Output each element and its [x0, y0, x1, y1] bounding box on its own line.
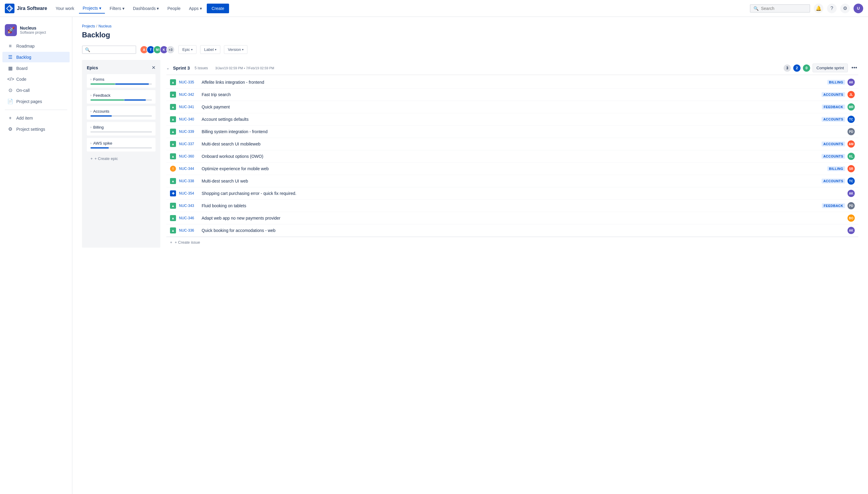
issue-key[interactable]: NUC-338 [179, 179, 199, 183]
search-input[interactable] [761, 6, 807, 11]
issue-key[interactable]: NUC-341 [179, 105, 199, 109]
topnav-your-work[interactable]: Your work [52, 4, 78, 13]
topnav-projects[interactable]: Projects ▾ [79, 3, 105, 14]
sidebar-item-on-call[interactable]: ⊙ On-call [2, 85, 70, 95]
issue-name: Fluid booking on tablets [202, 203, 819, 208]
epic-filter-btn[interactable]: Epic ▾ [179, 45, 197, 54]
sprint-title: Sprint 3 [173, 65, 190, 71]
issue-avatar: AK [848, 79, 855, 86]
issue-key[interactable]: NUC-354 [179, 191, 199, 195]
sidebar-item-code[interactable]: </> Code [2, 74, 70, 84]
issue-right: ACCOUNTS JL [821, 91, 855, 98]
epics-panel: Epics ✕ › Forms › [82, 60, 160, 248]
issue-key[interactable]: NUC-346 [179, 216, 199, 220]
epic-aws-chevron: › [90, 141, 91, 145]
user-avatar[interactable]: U [853, 4, 863, 13]
topnav-dashboards[interactable]: Dashboards ▾ [129, 4, 163, 13]
avatar-count[interactable]: +3 [166, 45, 175, 54]
topnav-filters[interactable]: Filters ▾ [106, 4, 128, 13]
epic-feedback-progress-blue [124, 99, 146, 101]
complete-sprint-button[interactable]: Complete sprint [813, 63, 848, 72]
table-row[interactable]: ▲ NUC-338 Multi-dest search UI web ACCOU… [166, 175, 858, 187]
issue-right: PD [848, 128, 855, 135]
issue-avatar: TC [848, 116, 855, 123]
issue-name: Shopping cart purchasing error - quick f… [202, 191, 845, 196]
issue-avatar: PD [848, 128, 855, 135]
issue-key[interactable]: NUC-336 [179, 228, 199, 232]
epic-billing[interactable]: › Billing [87, 122, 155, 136]
issue-avatar: AK [848, 190, 855, 197]
notifications-button[interactable]: 🔔 [814, 4, 824, 13]
story-icon: ▲ [170, 129, 176, 135]
epic-billing-label: Billing [93, 125, 104, 130]
project-icon: 🚀 [5, 24, 17, 36]
issue-key[interactable]: NUC-344 [179, 167, 199, 171]
issue-key[interactable]: NUC-340 [179, 117, 199, 121]
sidebar-project-settings[interactable]: ⚙ Project settings [2, 124, 70, 134]
epic-accounts[interactable]: › Accounts [87, 106, 155, 119]
epic-aws-label: AWS spike [93, 141, 112, 146]
table-row[interactable]: ▲ NUC-341 Quick payment FEEDBACK MR [166, 101, 858, 113]
help-button[interactable]: ? [827, 4, 837, 13]
issue-key[interactable]: NUC-337 [179, 142, 199, 146]
issue-key[interactable]: NUC-360 [179, 154, 199, 158]
issue-label: FEEDBACK [822, 104, 845, 109]
issue-key[interactable]: NUC-339 [179, 130, 199, 134]
epic-forms-progress [90, 83, 152, 84]
epic-feedback[interactable]: › Feedback [87, 90, 155, 103]
issue-right: AK [848, 227, 855, 234]
breadcrumb-nucleus[interactable]: Nucleus [98, 24, 112, 28]
table-row[interactable]: ▲ NUC-336 Quick booking for accomodation… [166, 224, 858, 237]
topnav-people[interactable]: People [164, 4, 184, 13]
backlog-search[interactable]: 🔍 [82, 45, 136, 54]
epic-feedback-progress-green [90, 99, 124, 101]
app-logo[interactable]: Jira Software [5, 4, 47, 13]
table-row[interactable]: ▲ NUC-339 Billing system integration - f… [166, 126, 858, 138]
issue-key[interactable]: NUC-335 [179, 80, 199, 84]
topnav-right: 🔍 🔔 ? ⚙ U [750, 4, 863, 13]
add-icon: + [7, 115, 13, 121]
topnav: Jira Software Your work Projects ▾ Filte… [0, 0, 868, 17]
sidebar-item-project-pages[interactable]: 📄 Project pages [2, 96, 70, 107]
epics-close-button[interactable]: ✕ [152, 65, 155, 71]
create-epic-button[interactable]: + + Create epic [87, 154, 155, 163]
sidebar-item-roadmap[interactable]: ≡ Roadmap [2, 41, 70, 51]
issue-name: Billing system integration - frontend [202, 129, 845, 134]
create-button[interactable]: Create [207, 4, 229, 13]
breadcrumb-projects[interactable]: Projects [82, 24, 95, 28]
table-row[interactable]: ▲ NUC-360 Onboard workout options (OWO) … [166, 150, 858, 163]
search-bar[interactable]: 🔍 [750, 4, 810, 13]
sidebar-item-board[interactable]: ▦ Board [2, 63, 70, 74]
table-row[interactable]: ✚ NUC-354 Shopping cart purchasing error… [166, 187, 858, 200]
issue-key[interactable]: NUC-342 [179, 93, 199, 97]
table-row[interactable]: ▲ NUC-343 Fluid booking on tablets FEEDB… [166, 200, 858, 212]
table-row[interactable]: ▲ NUC-342 Fast trip search ACCOUNTS JL [166, 89, 858, 101]
settings-button[interactable]: ⚙ [840, 4, 850, 13]
table-row[interactable]: ▲ NUC-340 Account settings defaults ACCO… [166, 113, 858, 126]
table-row[interactable]: ▲ NUC-335 Affelite links integration - f… [166, 76, 858, 89]
issue-label: ACCOUNTS [821, 141, 845, 146]
create-issue-row[interactable]: + + Create issue [166, 237, 858, 248]
sidebar-item-backlog[interactable]: ☰ Backlog [2, 52, 70, 62]
issue-key[interactable]: NUC-343 [179, 204, 199, 208]
sidebar-add-item[interactable]: + Add item [2, 113, 70, 123]
issue-name: Onboard workout options (OWO) [202, 154, 818, 159]
filter-search-input[interactable] [92, 47, 133, 52]
breadcrumb-separator: / [96, 24, 97, 28]
label-filter-btn[interactable]: Label ▾ [200, 45, 220, 54]
issue-name: Quick booking for accomodations - web [202, 228, 845, 233]
label-chevron-icon: ▾ [215, 48, 216, 51]
table-row[interactable]: ! NUC-344 Optimize experience for mobile… [166, 163, 858, 175]
topnav-apps[interactable]: Apps ▾ [185, 4, 206, 13]
version-filter-btn[interactable]: Version ▾ [224, 45, 247, 54]
epic-aws-spike[interactable]: › AWS spike [87, 138, 155, 152]
sprint-toggle-icon[interactable]: ⌄ [166, 66, 169, 70]
epic-forms[interactable]: › Forms [87, 74, 155, 88]
issue-label: BILLING [827, 80, 845, 84]
story-icon: ▲ [170, 178, 176, 184]
sprint-more-button[interactable]: ••• [850, 63, 858, 72]
table-row[interactable]: ▲ NUC-346 Adapt web app no new payments … [166, 212, 858, 224]
issue-right: BILLING SR [827, 165, 855, 172]
issue-avatar: JL [848, 91, 855, 98]
table-row[interactable]: ▲ NUC-337 Multi-dest search UI mobileweb… [166, 138, 858, 150]
